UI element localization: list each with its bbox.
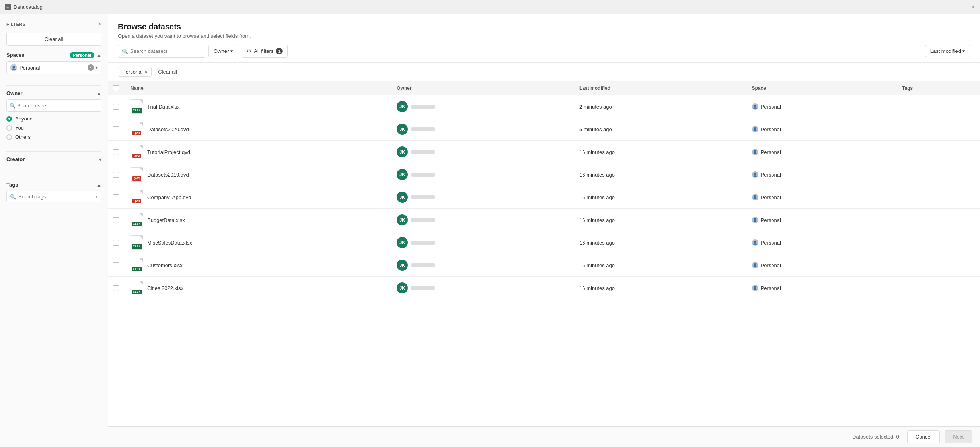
- spaces-clear-button[interactable]: ×: [88, 64, 94, 71]
- owner-option-anyone[interactable]: Anyone: [6, 116, 101, 122]
- th-owner: Owner: [390, 81, 573, 95]
- row-name-cell[interactable]: QVD TutorialProject.qvd: [124, 141, 390, 163]
- row-checkbox-1[interactable]: [113, 126, 119, 132]
- row-checkbox-7[interactable]: [113, 262, 119, 268]
- dataset-search-input[interactable]: [118, 45, 205, 58]
- spaces-select-icon: 👤: [10, 64, 17, 71]
- row-name-cell[interactable]: XLSX Trial Data.xlsx: [124, 95, 390, 118]
- file-icon: QVD: [131, 122, 143, 136]
- clear-all-button[interactable]: Clear all: [6, 33, 101, 46]
- owner-filter-button[interactable]: Owner ▾: [208, 45, 238, 57]
- all-filters-icon: ⚙: [247, 48, 251, 54]
- all-filters-label: All filters: [254, 48, 273, 54]
- next-button[interactable]: Next: [945, 430, 972, 443]
- tags-search-input[interactable]: [18, 194, 93, 200]
- spaces-select-value: Personal: [19, 65, 85, 71]
- owner-avatar: JK: [397, 101, 408, 112]
- spaces-badge: Personal: [70, 52, 94, 58]
- owner-option-anyone-label: Anyone: [15, 116, 33, 122]
- owner-section-header[interactable]: Owner ▲: [6, 90, 101, 96]
- row-last-modified-cell: 2 minutes ago: [573, 95, 745, 118]
- dataset-search-icon: 🔍: [122, 48, 128, 54]
- sort-select[interactable]: Last modified ▾: [925, 45, 970, 57]
- creator-chevron-icon: ▾: [99, 157, 101, 162]
- row-checkbox-6[interactable]: [113, 240, 119, 246]
- space-cell: 👤 Personal: [752, 126, 890, 132]
- row-name-cell[interactable]: XLSX Cities 2022.xlsx: [124, 277, 390, 299]
- row-space-cell: 👤 Personal: [746, 277, 896, 299]
- file-icon: XLSX: [131, 235, 143, 250]
- space-icon: 👤: [752, 262, 758, 268]
- row-name-cell[interactable]: QVD Datasets2019.qvd: [124, 163, 390, 186]
- row-last-modified-cell: 16 minutes ago: [573, 186, 745, 209]
- row-checkbox-0[interactable]: [113, 104, 119, 110]
- footer: Datasets selected: 0 Cancel Next: [108, 426, 980, 447]
- owner-cell: JK: [397, 146, 567, 157]
- owner-option-others[interactable]: Others: [6, 134, 101, 140]
- spaces-select[interactable]: 👤 Personal × ▾: [6, 61, 101, 74]
- clear-all-filters-button[interactable]: Clear all: [155, 67, 180, 76]
- select-all-checkbox[interactable]: [113, 85, 119, 91]
- spaces-section-header[interactable]: Spaces Personal ▲: [6, 52, 101, 58]
- sidebar-title: FILTERS: [6, 22, 26, 27]
- owner-cell: JK: [397, 237, 567, 248]
- active-filter-personal-close[interactable]: ×: [144, 69, 147, 75]
- title-bar: ⊞ Data catalog ×: [0, 0, 980, 14]
- creator-section-header[interactable]: Creator ▾: [6, 156, 101, 162]
- dataset-table: Name Owner Last modified Space Tags: [108, 81, 980, 299]
- row-last-modified-cell: 16 minutes ago: [573, 254, 745, 277]
- owner-radio-anyone[interactable]: [6, 116, 12, 122]
- space-name: Personal: [761, 262, 781, 268]
- space-cell: 👤 Personal: [752, 217, 890, 223]
- row-checkbox-4[interactable]: [113, 194, 119, 200]
- owner-option-you[interactable]: You: [6, 125, 101, 131]
- row-space-cell: 👤 Personal: [746, 118, 896, 141]
- owner-radio-others[interactable]: [6, 134, 12, 140]
- spaces-chevron-icon: ▲: [97, 52, 101, 58]
- owner-cell: JK: [397, 282, 567, 293]
- spaces-section-title: Spaces: [6, 52, 25, 58]
- row-name-cell[interactable]: QVD Datasets2020.qvd: [124, 118, 390, 141]
- creator-filter-section: Creator ▾: [6, 156, 101, 165]
- table-row: QVD TutorialProject.qvd JK 16 minutes ag…: [108, 141, 980, 163]
- sidebar-close-button[interactable]: ×: [98, 21, 101, 28]
- row-owner-cell: JK: [390, 141, 573, 163]
- row-checkbox-5[interactable]: [113, 217, 119, 223]
- row-tags-cell: [896, 254, 980, 277]
- row-name-cell[interactable]: XLSX MiscSalesData.xlsx: [124, 231, 390, 254]
- active-filters-bar: Personal × Clear all: [108, 63, 980, 81]
- row-tags-cell: [896, 163, 980, 186]
- row-checkbox-3[interactable]: [113, 172, 119, 178]
- owner-avatar: JK: [397, 282, 408, 293]
- table-row: QVD Datasets2019.qvd JK 16 minutes ago 👤…: [108, 163, 980, 186]
- file-cell: QVD Datasets2019.qvd: [131, 167, 384, 182]
- file-name: BudgetData.xlsx: [147, 217, 185, 223]
- creator-section-title: Creator: [6, 156, 25, 162]
- owner-option-others-label: Others: [15, 134, 31, 140]
- all-filters-button[interactable]: ⚙ All filters 1: [242, 45, 288, 58]
- tags-filter-section: Tags ▲ 🔍 ▾: [6, 182, 101, 202]
- row-tags-cell: [896, 95, 980, 118]
- dataset-table-container: Name Owner Last modified Space Tags: [108, 81, 980, 426]
- dataset-tbody: XLSX Trial Data.xlsx JK 2 minutes ago 👤 …: [108, 95, 980, 299]
- app-icon: ⊞: [5, 4, 11, 10]
- tags-section-header[interactable]: Tags ▲: [6, 182, 101, 188]
- owner-radio-you[interactable]: [6, 125, 12, 131]
- row-name-cell[interactable]: XLSX Customers.xlsx: [124, 254, 390, 277]
- row-owner-cell: JK: [390, 277, 573, 299]
- owner-search-input[interactable]: [6, 99, 101, 112]
- row-checkbox-8[interactable]: [113, 285, 119, 291]
- right-panel: Browse datasets Open a dataset you want …: [108, 14, 980, 447]
- file-type-label: QVD: [132, 131, 141, 135]
- spaces-dropdown-chevron-icon: ▾: [95, 65, 98, 70]
- row-name-cell[interactable]: QVD Company_App.qvd: [124, 186, 390, 209]
- file-name: Datasets2020.qvd: [147, 126, 189, 132]
- space-cell: 👤 Personal: [752, 171, 890, 178]
- cancel-button[interactable]: Cancel: [907, 430, 940, 443]
- title-bar-left: ⊞ Data catalog: [5, 4, 43, 10]
- owner-avatar: JK: [397, 192, 408, 203]
- row-checkbox-2[interactable]: [113, 149, 119, 155]
- row-name-cell[interactable]: XLSX BudgetData.xlsx: [124, 209, 390, 231]
- owner-avatar: JK: [397, 260, 408, 271]
- window-close-button[interactable]: ×: [972, 4, 975, 10]
